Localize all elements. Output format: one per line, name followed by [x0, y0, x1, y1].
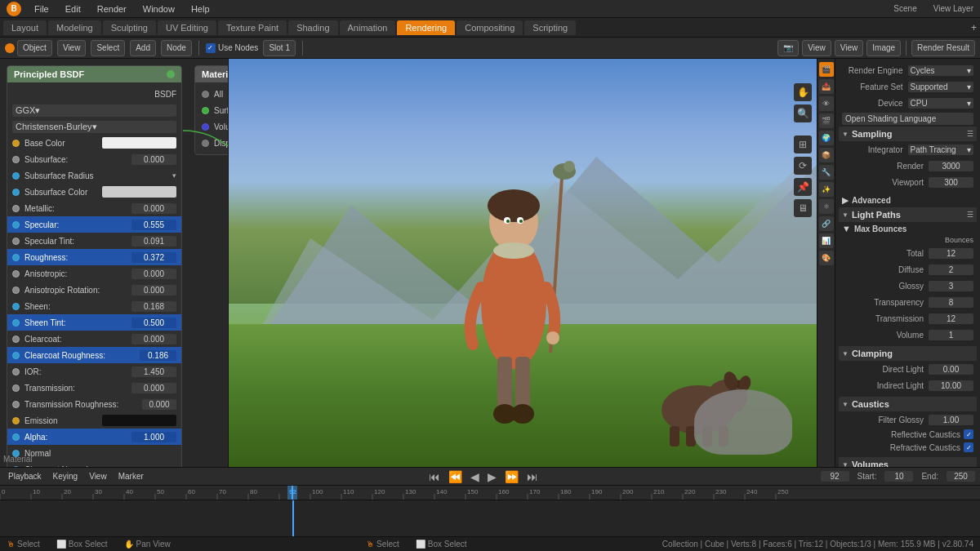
- node-row-roughness[interactable]: Roughness:: [7, 249, 181, 265]
- principled-bsdf-node[interactable]: Principled BSDF BSDF GGX ▾: [7, 65, 182, 467]
- viewport-samples-value[interactable]: 300: [929, 177, 973, 188]
- prop-icon-constraints[interactable]: 🔗: [819, 216, 834, 231]
- clearcoat-roughness-field[interactable]: [140, 350, 176, 361]
- menu-window[interactable]: Window: [140, 2, 178, 16]
- tl-playback-menu[interactable]: Playback: [5, 470, 45, 482]
- metallic-field[interactable]: [131, 203, 176, 214]
- tab-shading[interactable]: Shading: [288, 20, 337, 35]
- track-area[interactable]: [0, 500, 980, 536]
- subsurface-method-select[interactable]: Christensen-Burley ▾: [12, 121, 176, 133]
- render-view[interactable]: ✋ 🔍 ⊞ ⟳ 📌 🖥: [229, 59, 817, 467]
- subsurface-field[interactable]: [131, 154, 176, 165]
- node-btn[interactable]: Node: [161, 40, 192, 56]
- node-row-ior[interactable]: IOR:: [7, 363, 181, 380]
- tab-animation[interactable]: Animation: [340, 20, 396, 35]
- clearcoat-field[interactable]: [131, 334, 176, 344]
- prop-icon-data[interactable]: 📊: [819, 233, 834, 248]
- tl-jump-end-btn[interactable]: ⏭: [525, 470, 540, 483]
- subsurface-color-value[interactable]: [102, 186, 176, 198]
- node-row-metallic[interactable]: Metallic:: [7, 200, 181, 216]
- menu-render[interactable]: Render: [94, 2, 130, 16]
- render-engine-select[interactable]: Cycles ▾: [908, 65, 974, 76]
- render-icon-zoom[interactable]: 🔍: [794, 104, 812, 122]
- menu-help[interactable]: Help: [188, 2, 213, 16]
- menu-file[interactable]: File: [31, 2, 52, 16]
- sheen-tint-field[interactable]: [131, 318, 176, 328]
- node-row-anisotropic-rotation[interactable]: Anisotropic Rotation:: [7, 282, 181, 298]
- alpha-field[interactable]: [131, 432, 176, 442]
- node-row-subsurface-radius[interactable]: Subsurface Radius ▾: [7, 167, 181, 184]
- anisotropic-rotation-field[interactable]: [131, 285, 176, 295]
- start-frame-display[interactable]: 10: [884, 471, 913, 482]
- diffuse-value[interactable]: 2: [929, 264, 973, 275]
- clamping-header[interactable]: ▼ Clamping: [839, 346, 977, 361]
- light-paths-header[interactable]: ▼ Light Paths ☰: [839, 207, 977, 222]
- node-row-sheen-tint[interactable]: Sheen Tint:: [7, 314, 181, 331]
- filter-glossy-value[interactable]: 1.00: [929, 415, 973, 425]
- emission-color[interactable]: [102, 415, 176, 426]
- transparency-value[interactable]: 8: [929, 297, 973, 308]
- glossy-value[interactable]: 3: [929, 281, 973, 291]
- render-icon-pin[interactable]: 📌: [794, 178, 812, 196]
- ior-field[interactable]: [131, 367, 176, 377]
- render-icon-grid[interactable]: ⊞: [794, 136, 812, 153]
- base-color-value[interactable]: [102, 137, 176, 149]
- view-btn[interactable]: View: [57, 40, 87, 56]
- shader-node-editor[interactable]: Principled BSDF BSDF GGX ▾: [0, 59, 228, 467]
- tab-scripting[interactable]: Scripting: [524, 20, 576, 35]
- prop-icon-material[interactable]: 🎨: [819, 251, 834, 265]
- add-workspace-btn[interactable]: +: [971, 22, 977, 33]
- prop-icon-view[interactable]: 👁: [819, 96, 834, 111]
- distribution-select[interactable]: GGX ▾: [12, 104, 176, 117]
- direct-light-value[interactable]: 0.00: [929, 364, 973, 375]
- node-row-base-color[interactable]: Base Color: [7, 135, 181, 151]
- specular-tint-field[interactable]: [131, 236, 176, 247]
- refractive-caustics-check[interactable]: ✓: [964, 442, 973, 452]
- node-row-clearcoat-normal[interactable]: Clearcoat Normal: [7, 461, 181, 467]
- node-row-anisotropic[interactable]: Anisotropic:: [7, 265, 181, 282]
- specular-field[interactable]: [131, 220, 176, 230]
- prop-icon-physics[interactable]: ⚛: [819, 199, 834, 214]
- timeline-track-area[interactable]: 0 10 20 30 40 50 60 70 80: [0, 486, 980, 536]
- integrator-select[interactable]: Path Tracing ▾: [908, 144, 974, 155]
- volume-value[interactable]: 1: [929, 330, 973, 340]
- anisotropic-field[interactable]: [131, 269, 176, 279]
- volumes-header[interactable]: ▼ Volumes: [839, 457, 977, 467]
- tl-step-back-btn[interactable]: ⏪: [447, 470, 464, 483]
- transmission-roughness-field[interactable]: [142, 399, 176, 410]
- node-row-clearcoat[interactable]: Clearcoat:: [7, 331, 181, 347]
- current-frame-display[interactable]: 92: [821, 471, 849, 482]
- view-layer-selector[interactable]: View Layer: [933, 4, 973, 13]
- mat-out-row-volume[interactable]: Volume: [195, 118, 228, 135]
- render-icon-hand[interactable]: ✋: [794, 83, 812, 101]
- render-image-btn[interactable]: Image: [866, 40, 901, 56]
- node-row-subsurface-color[interactable]: Subsurface Color: [7, 184, 181, 200]
- prop-icon-object[interactable]: 📦: [819, 148, 834, 162]
- node-row-subsurface[interactable]: Subsurface:: [7, 151, 181, 167]
- node-row-transmission[interactable]: Transmission:: [7, 380, 181, 396]
- tl-marker-menu[interactable]: Marker: [115, 470, 147, 482]
- node-row-clearcoat-roughness[interactable]: Clearcoat Roughness:: [7, 347, 181, 363]
- slot-selector[interactable]: Slot 1: [263, 40, 296, 56]
- use-nodes-checkbox[interactable]: ✓ Use Nodes: [206, 43, 258, 53]
- node-row-emission[interactable]: Emission: [7, 412, 181, 429]
- render-icon-refresh[interactable]: ⟳: [794, 157, 812, 175]
- select-btn[interactable]: Select: [91, 40, 125, 56]
- mat-out-row-displacement[interactable]: Displacement: [195, 135, 228, 151]
- timeline-content[interactable]: 0 10 20 30 40 50 60 70 80: [0, 486, 980, 536]
- material-output-node[interactable]: Material Out... All Surface Volume: [194, 65, 228, 155]
- render-view-icon[interactable]: 📷: [777, 40, 799, 56]
- mode-selector[interactable]: Object: [17, 40, 52, 56]
- feature-set-select[interactable]: Supported ▾: [908, 82, 974, 92]
- bsdf-output-socket[interactable]: [167, 70, 175, 78]
- end-frame-display[interactable]: 250: [947, 471, 975, 482]
- prop-icon-scene[interactable]: 🎬: [819, 113, 834, 128]
- node-row-specular[interactable]: Specular:: [7, 216, 181, 233]
- prop-icon-particles[interactable]: ✨: [819, 182, 834, 197]
- render-result-selector[interactable]: Render Result: [911, 40, 975, 56]
- node-row-specular-tint[interactable]: Specular Tint:: [7, 233, 181, 249]
- max-bounces-header[interactable]: ▼ Max Bounces: [839, 222, 977, 235]
- tab-texture-paint[interactable]: Texture Paint: [218, 20, 287, 35]
- node-row-transmission-roughness[interactable]: Transmission Roughness:: [7, 396, 181, 412]
- total-value[interactable]: 12: [929, 248, 973, 259]
